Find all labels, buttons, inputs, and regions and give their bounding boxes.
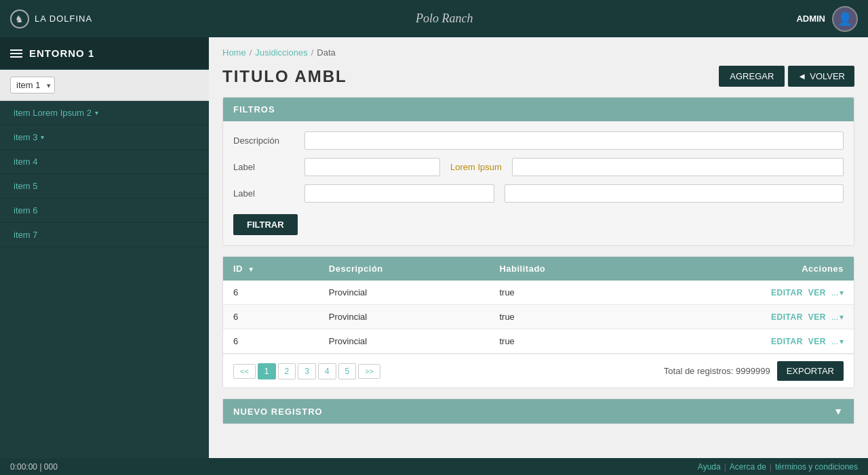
sidebar-dropdown[interactable]: item 1 item 2 item 3: [10, 77, 55, 94]
header-center-text: Polo Ranch: [416, 12, 473, 26]
page-title-row: TITULO AMBL AGREGAR ◄ VOLVER: [222, 66, 854, 87]
table-row: 6 Provincial true EDITAR VER ... ▾: [223, 305, 854, 329]
filtrar-button[interactable]: FILTRAR: [233, 214, 298, 235]
page-title: TITULO AMBL: [222, 67, 347, 86]
avatar[interactable]: 👤: [832, 6, 858, 32]
col-descripcion: Descripción: [319, 257, 490, 281]
exportar-button[interactable]: EXPORTAR: [777, 361, 844, 381]
sidebar-item-label: item 4: [14, 157, 37, 167]
more-button[interactable]: ... ▾: [831, 312, 844, 322]
nuevo-registro-label: NUEVO REGISTRO: [233, 407, 323, 417]
ver-button[interactable]: VER: [808, 312, 826, 322]
logo-icon: ♞: [10, 9, 29, 28]
chevron-down-icon: ▾: [840, 337, 844, 346]
breadcrumb-current: Data: [317, 47, 335, 58]
col-habilitado-label: Habilitado: [499, 264, 545, 274]
sidebar-dropdown-wrap[interactable]: item 1 item 2 item 3: [0, 70, 209, 101]
sidebar-title: ENTORNO 1: [29, 47, 94, 59]
col-acciones: Acciones: [641, 257, 854, 281]
ver-button[interactable]: VER: [808, 337, 826, 346]
filtros-body: Descripción Label Lorem Ipsum Label FILT…: [223, 121, 854, 245]
cell-habilitado: true: [489, 305, 641, 329]
pagination-row: << 1 2 3 4 5 >> Total de registros: 9999…: [223, 354, 854, 388]
total-label: Total de registros:: [664, 366, 734, 376]
logo-text: LA DOLFINA: [35, 14, 92, 24]
editar-button[interactable]: EDITAR: [771, 288, 803, 297]
editar-button[interactable]: EDITAR: [771, 312, 803, 322]
sidebar-item-lorem-ipsum-2[interactable]: item Lorem Ipsum 2 ▾: [0, 101, 209, 125]
filtros-right-label: Lorem Ipsum: [450, 162, 502, 172]
page-2-button[interactable]: 2: [278, 363, 296, 379]
col-descripcion-label: Descripción: [329, 264, 383, 274]
breadcrumb-section[interactable]: Jusidicciones: [255, 47, 307, 58]
table-row: 6 Provincial true EDITAR VER ... ▾: [223, 329, 854, 354]
filtros-input-label2-right[interactable]: [505, 184, 844, 203]
col-id[interactable]: ID ▼: [223, 257, 319, 281]
volver-label: VOLVER: [810, 71, 845, 81]
sidebar-item-4[interactable]: item 4: [0, 150, 209, 174]
filtros-row-descripcion: Descripción: [233, 131, 844, 150]
chevron-down-icon: ▾: [840, 312, 844, 322]
cell-acciones: EDITAR VER ... ▾: [641, 281, 854, 305]
chevron-down-icon: ▾: [840, 288, 844, 297]
sidebar-item-label: item 3: [14, 132, 37, 142]
sidebar-item-5[interactable]: item 5: [0, 174, 209, 199]
page-actions: AGREGAR ◄ VOLVER: [719, 66, 854, 87]
editar-button[interactable]: EDITAR: [771, 337, 803, 346]
more-button[interactable]: ... ▾: [831, 288, 844, 297]
filtros-input-descripcion[interactable]: [304, 131, 844, 150]
breadcrumb: Home / Jusidicciones / Data: [222, 47, 854, 58]
cell-descripcion: Provincial: [319, 305, 490, 329]
logo: ♞ LA DOLFINA: [10, 9, 92, 28]
hamburger-icon[interactable]: [10, 49, 22, 58]
chevron-down-icon[interactable]: ▼: [833, 406, 844, 417]
agregar-button[interactable]: AGREGAR: [719, 66, 785, 87]
page-3-button[interactable]: 3: [298, 363, 316, 379]
col-id-label: ID: [233, 264, 243, 274]
sidebar-item-6[interactable]: item 6: [0, 199, 209, 223]
breadcrumb-home[interactable]: Home: [222, 47, 246, 58]
sidebar-item-7[interactable]: item 7: [0, 223, 209, 247]
filtros-input-label2-left[interactable]: [304, 184, 494, 203]
nuevo-registro-card: NUEVO REGISTRO ▼: [222, 398, 854, 424]
filtros-input-label1[interactable]: [304, 158, 440, 176]
filtros-row-label1: Label Lorem Ipsum: [233, 158, 844, 176]
header: ♞ LA DOLFINA Polo Ranch ADMIN 👤: [0, 0, 868, 37]
breadcrumb-sep-1: /: [250, 47, 252, 58]
volver-button[interactable]: ◄ VOLVER: [788, 66, 854, 87]
pagination: << 1 2 3 4 5 >>: [233, 363, 380, 379]
page-first-button[interactable]: <<: [233, 364, 256, 379]
cell-habilitado: true: [489, 329, 641, 354]
data-table: ID ▼ Descripción Habilitado Acciones 6: [223, 257, 854, 354]
chevron-down-icon: ▾: [41, 133, 44, 141]
table-card: ID ▼ Descripción Habilitado Acciones 6: [222, 256, 854, 388]
page-1-button[interactable]: 1: [258, 363, 276, 379]
filtros-row-label2: Label: [233, 184, 844, 203]
sidebar-item-label: item Lorem Ipsum 2: [14, 108, 92, 118]
col-acciones-label: Acciones: [802, 264, 844, 274]
cell-acciones: EDITAR VER ... ▾: [641, 305, 854, 329]
sidebar-header: ENTORNO 1: [0, 37, 209, 70]
main-content: Home / Jusidicciones / Data TITULO AMBL …: [209, 37, 868, 458]
filtros-label-descripcion: Descripción: [233, 136, 294, 146]
filtros-input-lorem-ipsum[interactable]: [512, 158, 844, 176]
total-registros: Total de registros: 9999999: [664, 366, 770, 376]
filtros-label-label1: Label: [233, 162, 294, 172]
page-last-button[interactable]: >>: [358, 364, 380, 379]
cell-habilitado: true: [489, 281, 641, 305]
cell-descripcion: Provincial: [319, 329, 490, 354]
cell-descripcion: Provincial: [319, 281, 490, 305]
ver-button[interactable]: VER: [808, 288, 826, 297]
filtros-actions: FILTRAR: [233, 211, 844, 235]
sidebar-item-3[interactable]: item 3 ▾: [0, 125, 209, 150]
page-5-button[interactable]: 5: [338, 363, 357, 379]
filtros-card: FILTROS Descripción Label Lorem Ipsum La…: [222, 97, 854, 246]
page-4-button[interactable]: 4: [318, 363, 336, 379]
more-button[interactable]: ... ▾: [831, 337, 844, 346]
filtros-label-label2: Label: [233, 188, 294, 199]
filtros-header: FILTROS: [223, 98, 854, 121]
back-icon: ◄: [797, 71, 806, 81]
nuevo-registro-header[interactable]: NUEVO REGISTRO ▼: [223, 399, 854, 424]
total-value: 9999999: [736, 366, 770, 376]
cell-id: 6: [223, 329, 319, 354]
